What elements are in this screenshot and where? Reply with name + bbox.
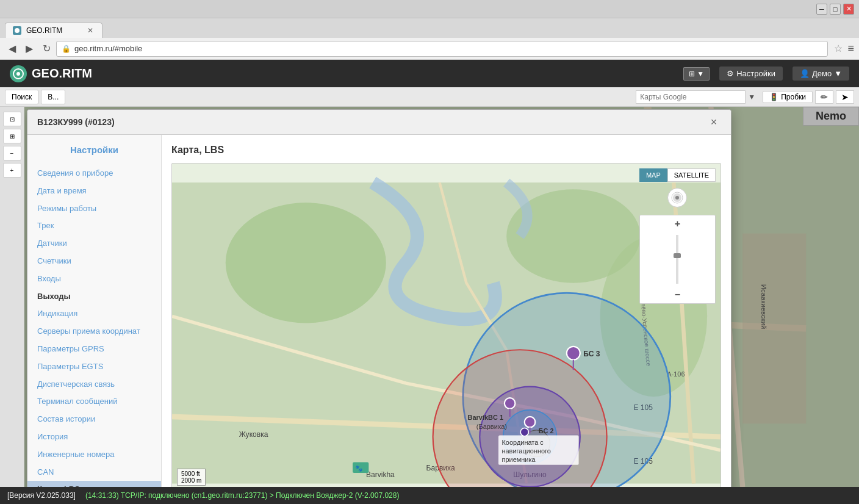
connection-text: (14:31:33) TCP/IP: подключено (cn1.geo.r…: [85, 491, 399, 500]
modal-overlay: В123КУ999 (#0123) × Настройки Сведения о…: [24, 107, 859, 487]
sidebar-item-counters[interactable]: Счетчики: [27, 253, 161, 270]
sidebar-item-inputs[interactable]: Входы: [27, 270, 161, 288]
modal-dialog: В123КУ999 (#0123) × Настройки Сведения о…: [27, 109, 731, 487]
menu-icon[interactable]: ≡: [847, 42, 854, 55]
map-scale: 5000 ft 2000 m: [177, 469, 206, 486]
tab-favicon: [13, 26, 21, 35]
modal-body: Настройки Сведения о приборе Дата и врем…: [27, 135, 731, 487]
sidebar-item-device-info[interactable]: Сведения о приборе: [27, 165, 161, 182]
translate-icon[interactable]: ⊞ ▼: [683, 67, 710, 81]
main-area: ⊡ ⊞ − + Исаакиевский Nemo В123КУ999 (#01: [0, 107, 859, 487]
close-btn[interactable]: ✕: [843, 4, 854, 15]
version-text: [Версия V2.025.033]: [7, 491, 76, 500]
map-svg: Рублёво-Успенское шоссе А-106 E 105 E 10…: [172, 164, 721, 487]
logo-icon: [10, 65, 27, 82]
address-lock-icon: 🔒: [62, 45, 71, 53]
tab-title: GEO.RITM: [26, 26, 62, 35]
sidebar-item-gprs[interactable]: Параметры GPRS: [27, 340, 161, 358]
zoom-out-btn[interactable]: −: [669, 286, 686, 303]
header-right: ⊞ ▼ ⚙ Настройки 👤 Демо ▼: [683, 67, 849, 81]
tab-close-btn[interactable]: ✕: [86, 26, 95, 35]
search-dropdown-icon: ▼: [748, 93, 755, 101]
reload-btn[interactable]: ↻: [39, 41, 54, 56]
sidebar-item-datetime[interactable]: Дата и время: [27, 182, 161, 200]
modal-close-btn[interactable]: ×: [706, 115, 721, 129]
svg-point-0: [15, 28, 20, 33]
sidebar-icon-2[interactable]: ⊞: [3, 129, 21, 143]
browser-chrome: ─ □ ✕ GEO.RITM ✕ ◀ ▶ ↻ 🔒 geo.ritm.ru/#mo…: [0, 0, 859, 60]
sidebar-item-can[interactable]: CAN: [27, 464, 161, 481]
background-map: Исаакиевский Nemo В123КУ999 (#0123) × На…: [24, 107, 859, 487]
forward-btn[interactable]: ▶: [22, 41, 37, 56]
svg-text:BarvikBС 1: BarvikBС 1: [468, 414, 503, 421]
bookmark-icon[interactable]: ☆: [834, 43, 843, 54]
sidebar-item-messages[interactable]: Терминал сообщений: [27, 393, 161, 411]
compass-btn[interactable]: [667, 188, 687, 207]
zoom-in-btn[interactable]: +: [669, 215, 686, 232]
browser-titlebar: ─ □ ✕: [0, 0, 859, 18]
satellite-btn[interactable]: SATELLITE: [667, 168, 716, 182]
content-panel: Карта, LBS: [162, 135, 731, 487]
sidebar-item-map-lbs[interactable]: Карта, LBS: [27, 481, 161, 487]
sidebar-icon-3[interactable]: −: [3, 146, 21, 160]
settings-btn[interactable]: ⚙ Настройки: [719, 67, 783, 81]
v-btn[interactable]: В...: [41, 90, 65, 104]
map-search-input[interactable]: [636, 90, 746, 104]
search-btn[interactable]: Поиск: [5, 90, 38, 104]
sidebar-item-modes[interactable]: Режимы работы: [27, 200, 161, 218]
sidebar-icon-4[interactable]: +: [3, 163, 21, 178]
modal-header: В123КУ999 (#0123) ×: [27, 110, 731, 135]
sidebar-item-indication[interactable]: Индикация: [27, 305, 161, 323]
svg-text:Barvikha: Barvikha: [366, 470, 395, 479]
traffic-icon: 🚦: [769, 93, 778, 101]
sidebar-item-history[interactable]: История: [27, 428, 161, 446]
traffic-label: Пробки: [781, 93, 806, 101]
app-logo: GEO.RITM: [10, 65, 92, 82]
user-icon: 👤: [800, 69, 810, 78]
secondary-toolbar: Поиск В... ▼ 🚦 Пробки ✏ ➤: [0, 87, 859, 107]
sidebar-item-outputs[interactable]: Выходы: [27, 288, 161, 306]
browser-tab[interactable]: GEO.RITM ✕: [5, 23, 102, 38]
browser-navbar: ◀ ▶ ↻ 🔒 geo.ritm.ru/#mobile ☆ ≡: [0, 38, 859, 60]
sidebar-icon-1[interactable]: ⊡: [3, 112, 21, 126]
back-btn[interactable]: ◀: [5, 41, 20, 56]
minimize-btn[interactable]: ─: [816, 4, 827, 15]
address-bar: 🔒 geo.ritm.ru/#mobile: [56, 41, 828, 57]
compass-control: [639, 188, 716, 210]
svg-point-7: [226, 203, 386, 323]
sidebar-item-history-comp[interactable]: Состав истории: [27, 411, 161, 428]
titlebar-controls: ─ □ ✕: [816, 4, 854, 15]
address-text: geo.ritm.ru/#mobile: [74, 44, 142, 53]
svg-text:навигационного: навигационного: [501, 447, 550, 455]
settings-gear-icon: ⚙: [727, 69, 734, 78]
sidebar-item-dispatch[interactable]: Диспетчерская связь: [27, 376, 161, 394]
panel-title: Карта, LBS: [171, 145, 721, 156]
sidebar-item-egts[interactable]: Параметры EGTS: [27, 358, 161, 376]
demo-btn[interactable]: 👤 Демо ▼: [793, 67, 849, 81]
map-type-controls: MAP SATELLITE: [639, 168, 716, 304]
traffic-btn[interactable]: 🚦 Пробки: [763, 91, 813, 103]
sidebar-item-track[interactable]: Трек: [27, 217, 161, 235]
pencil-btn[interactable]: ✏: [815, 90, 833, 104]
svg-text:БС 3: БС 3: [583, 350, 600, 358]
map-btn[interactable]: MAP: [639, 168, 667, 182]
google-search-area: ▼: [636, 90, 755, 104]
sidebar-item-servers[interactable]: Серверы приема координат: [27, 323, 161, 340]
sidebar-item-sensors[interactable]: Датчики: [27, 235, 161, 253]
maximize-btn[interactable]: □: [830, 4, 841, 15]
map-type-buttons: MAP SATELLITE: [639, 168, 716, 182]
status-bar: [Версия V2.025.033] (14:31:33) TCP/IP: п…: [0, 487, 859, 504]
svg-point-42: [675, 196, 679, 200]
dropdown-arrow-icon: ▼: [834, 69, 842, 78]
svg-point-39: [520, 428, 528, 436]
header-icon-area: ⊞ ▼: [683, 67, 710, 81]
sidebar-item-eng-numbers[interactable]: Инженерные номера: [27, 446, 161, 464]
zoom-controls: + −: [639, 215, 716, 304]
settings-sidebar-title: Настройки: [27, 145, 161, 155]
svg-text:БС 2: БС 2: [539, 427, 554, 434]
svg-text:А-106: А-106: [667, 370, 685, 378]
navigate-btn[interactable]: ➤: [836, 90, 854, 104]
svg-text:Жуковка: Жуковка: [239, 430, 268, 439]
zoom-slider: [676, 235, 678, 284]
zoom-handle: [674, 253, 681, 258]
